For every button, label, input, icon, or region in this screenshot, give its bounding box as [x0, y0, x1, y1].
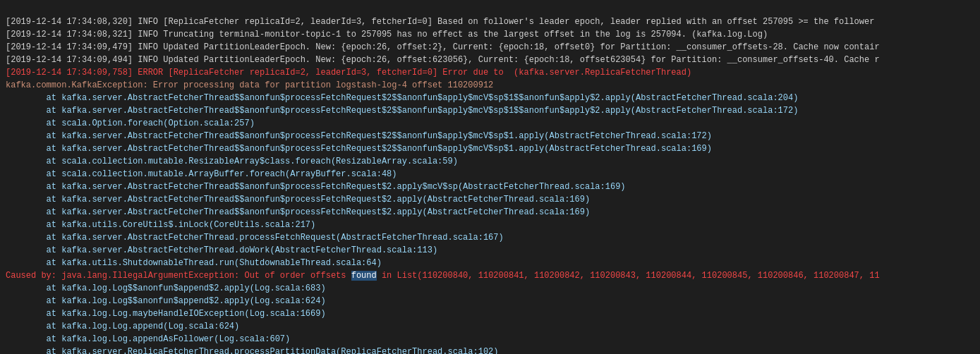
log-line-24: at kafka.log.Log.append(Log.scala:624) — [6, 320, 974, 333]
log-line-23: at kafka.log.Log.maybeHandleIOException(… — [6, 307, 974, 320]
log-line-13: at kafka.server.AbstractFetcherThread$$a… — [6, 181, 974, 193]
log-text-before: Caused by: java.lang.IllegalArgumentExce… — [6, 271, 351, 281]
log-line-11: at scala.collection.mutable.ResizableArr… — [6, 155, 974, 168]
log-line-19: at kafka.utils.ShutdownableThread.run(Sh… — [6, 257, 974, 269]
log-line-9: at kafka.server.AbstractFetcherThread$$a… — [6, 130, 974, 142]
log-line-16: at kafka.utils.CoreUtils$.inLock(CoreUti… — [6, 219, 974, 231]
log-line-8: at scala.Option.foreach(Option.scala:257… — [6, 117, 974, 130]
log-line-7: at kafka.server.AbstractFetcherThread$$a… — [6, 104, 974, 117]
log-line-18: at kafka.server.AbstractFetcherThread.do… — [6, 244, 974, 257]
log-line-5: kafka.common.KafkaException: Error proce… — [6, 79, 974, 92]
log-line-2: [2019-12-14 17:34:09,479] INFO Updated P… — [6, 41, 974, 54]
log-line-25: at kafka.log.Log.appendAsFollower(Log.sc… — [6, 333, 974, 346]
log-line-20: Caused by: java.lang.IllegalArgumentExce… — [6, 269, 974, 282]
log-line-10: at kafka.server.AbstractFetcherThread$$a… — [6, 142, 974, 155]
log-line-22: at kafka.log.Log$$anonfun$append$2.apply… — [6, 295, 974, 307]
log-line-4: [2019-12-14 17:34:09,758] ERROR [Replica… — [6, 66, 974, 79]
log-container: [2019-12-14 17:34:08,320] INFO [ReplicaF… — [0, 0, 980, 354]
log-highlight-found: found — [351, 271, 377, 281]
log-line-0: [2019-12-14 17:34:08,320] INFO [ReplicaF… — [6, 16, 974, 28]
log-line-14: at kafka.server.AbstractFetcherThread$$a… — [6, 193, 974, 206]
log-line-26: at kafka.server.ReplicaFetcherThread.pro… — [6, 346, 974, 354]
log-line-17: at kafka.server.AbstractFetcherThread.pr… — [6, 231, 974, 244]
log-line-21: at kafka.log.Log$$anonfun$append$2.apply… — [6, 282, 974, 295]
log-line-15: at kafka.server.AbstractFetcherThread$$a… — [6, 206, 974, 219]
log-line-3: [2019-12-14 17:34:09,494] INFO Updated P… — [6, 54, 974, 66]
log-line-1: [2019-12-14 17:34:08,321] INFO Truncatin… — [6, 28, 974, 41]
log-text-after: in List(110200840, 110200841, 110200842,… — [377, 271, 880, 281]
log-line-12: at scala.collection.mutable.ArrayBuffer.… — [6, 168, 974, 181]
log-line-6: at kafka.server.AbstractFetcherThread$$a… — [6, 92, 974, 104]
